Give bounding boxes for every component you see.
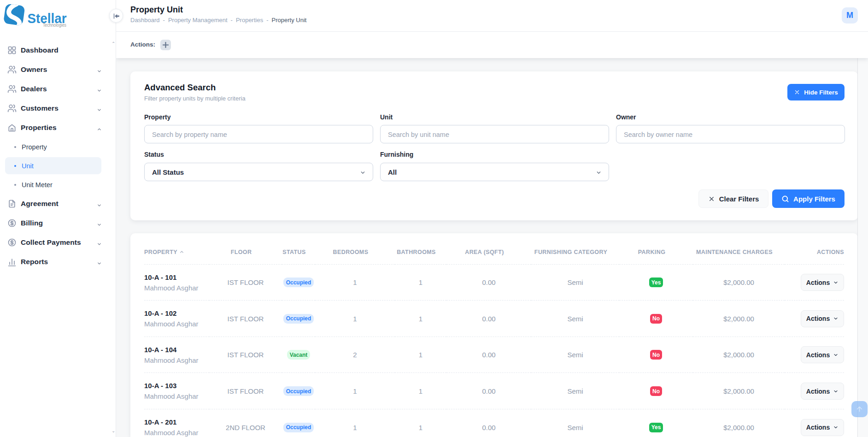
svg-text:Technologies: Technologies	[43, 22, 66, 28]
